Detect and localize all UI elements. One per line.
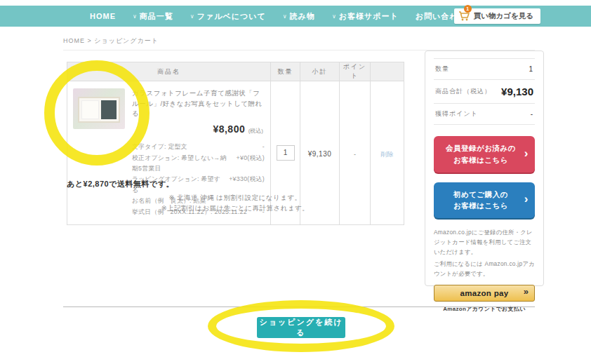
col-header-subtotal: 小計	[300, 62, 340, 81]
member-checkout-button[interactable]: 会員登録がお済みの お客様はこちら ›	[434, 136, 535, 173]
continue-shopping-button[interactable]: ショッピングを続ける	[257, 317, 345, 338]
order-summary-panel: 数量 1 商品合計（税込） ¥9,130 獲得ポイント - 会員登録がお済みの …	[425, 50, 544, 286]
main-nav: HOME 商品一覧 ファルベについて 読み物 お客様サポート お問い合わせ	[0, 6, 591, 27]
product-image[interactable]	[73, 88, 125, 129]
nav-item-about[interactable]: ファルベについて	[190, 11, 266, 22]
product-option: 校正オプション: 希望しない→納期5営業日 +¥0(税込)	[132, 153, 265, 175]
guest-checkout-button[interactable]: 初めてご購入の お客様はこちら ›	[434, 182, 535, 219]
shopping-cart-page: HOME 商品一覧 ファルベについて 読み物 お客様サポート お問い合わせ	[0, 0, 591, 364]
summary-value: -	[531, 110, 533, 118]
col-header-points: ポイント	[340, 62, 371, 81]
view-cart-button[interactable]: 1 買い物カゴを見る	[454, 8, 540, 24]
divider	[63, 306, 535, 307]
col-header-actions	[371, 62, 404, 81]
nav-item-label: HOME	[90, 12, 116, 20]
photo-frame-graphic	[78, 97, 120, 123]
actions-cell: 削除	[371, 81, 404, 225]
nav-item-label: 商品一覧	[140, 11, 173, 22]
col-header-product: 商品名	[67, 62, 271, 81]
unit-price-tax-note: (税込)	[248, 128, 263, 134]
product-cell: ガラスフォトフレーム子育て感謝状「フルール」/好きなお写真をセットして贈れる ¥…	[67, 81, 271, 225]
summary-label: 商品合計（税込）	[435, 87, 491, 96]
chevron-down-icon	[133, 13, 138, 20]
subtotal-cell: ¥9,130	[300, 81, 340, 225]
nav-item-products[interactable]: 商品一覧	[133, 11, 173, 22]
nav-item-articles[interactable]: 読み物	[283, 11, 315, 22]
product-name: ガラスフォトフレーム子育て感謝状「フルール」/好きなお写真をセットして贈れる	[132, 88, 265, 119]
summary-value: 1	[529, 65, 533, 73]
double-chevron-right-icon: »	[524, 286, 529, 297]
unit-price-amount: ¥8,800	[213, 123, 245, 135]
delete-item-link[interactable]: 削除	[381, 151, 394, 158]
col-header-qty: 数量	[271, 62, 300, 81]
nav-item-label: 読み物	[290, 11, 315, 22]
subtotal-value: ¥9,130	[308, 150, 332, 158]
summary-label: 獲得ポイント	[435, 109, 478, 119]
nav-item-support[interactable]: お客様サポート	[332, 11, 399, 22]
chevron-down-icon	[332, 13, 337, 20]
product-unit-price: ¥8,800 (税込)	[132, 123, 263, 135]
chevron-right-icon: ›	[524, 144, 529, 163]
breadcrumb: HOME > ショッピングカート	[63, 36, 159, 46]
points-value: -	[354, 151, 356, 158]
qty-cell	[271, 81, 300, 225]
shipping-note-2: ※上記割引はお届け先ごとに再計算されます。	[67, 204, 404, 213]
nav-item-label: お客様サポート	[339, 11, 399, 22]
chevron-right-icon: ›	[524, 190, 529, 209]
summary-label: 数量	[435, 65, 449, 74]
summary-total-value: ¥9,130	[501, 86, 533, 97]
summary-row-total: 商品合計（税込） ¥9,130	[434, 80, 535, 104]
cart-count-badge: 1	[464, 5, 472, 13]
cart-table-header-row: 商品名 数量 小計 ポイント	[67, 62, 404, 81]
quantity-input[interactable]	[277, 145, 295, 161]
cart-item-row: ガラスフォトフレーム子育て感謝状「フルール」/好きなお写真をセットして贈れる ¥…	[67, 81, 404, 225]
amazon-pay-button[interactable]: amazon pay »	[434, 285, 535, 302]
amazon-pay-description: Amazon.co.jpにご登録の住所・クレジットカード情報を利用してご注文いた…	[434, 228, 535, 257]
cart-button-label: 買い物カゴを見る	[474, 11, 533, 21]
points-cell: -	[340, 81, 371, 225]
nav-item-label: ファルベについて	[197, 11, 266, 22]
summary-row-qty: 数量 1	[434, 58, 535, 80]
chevron-down-icon	[283, 13, 288, 20]
product-option: 文字タイプ: 定型文 -	[132, 142, 265, 152]
nav-items: HOME 商品一覧 ファルベについて 読み物 お客様サポート お問い合わせ	[90, 11, 467, 22]
amazon-pay-logo: amazon pay	[460, 289, 509, 297]
nav-item-home[interactable]: HOME	[90, 12, 116, 20]
chevron-down-icon	[190, 13, 195, 20]
free-shipping-notice: あと¥2,870で送料無料です。	[67, 179, 174, 189]
summary-row-points: 獲得ポイント -	[434, 104, 535, 125]
amazon-pay-requirement: ご利用になるには Amazon.co.jpアカウントが必要です。	[434, 259, 535, 278]
shipping-note-1: ※ 北海道 沖縄 は別割引設定になります。	[67, 194, 404, 203]
